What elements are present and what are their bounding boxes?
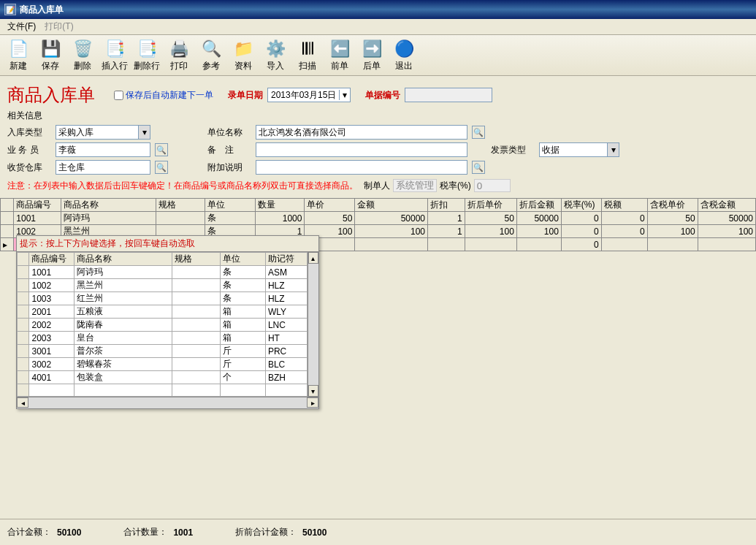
popup-cell[interactable]: WLY [265,305,307,319]
popup-cell[interactable]: 斤 [221,358,266,371]
popup-cell[interactable]: 五粮液 [75,305,172,319]
toolbar-扫描[interactable]: 𝄃𝄃𝄂扫描 [292,37,323,74]
cell[interactable]: 100 [516,225,561,238]
popup-row[interactable]: 3002碧螺春茶斤BLC [18,358,308,371]
cell[interactable]: 100 [465,225,516,238]
taxrate-value[interactable] [474,179,511,192]
popup-row[interactable]: 2002陇南春箱LNC [18,319,308,332]
cell[interactable]: 50 [305,212,355,225]
popup-cell[interactable]: HT [265,332,307,345]
menu-file[interactable]: 文件(F) [3,19,40,34]
popup-cell[interactable] [172,319,221,332]
col-header[interactable]: 单价 [305,199,355,212]
cell[interactable] [516,238,561,251]
cell[interactable]: 0 [561,212,601,225]
popup-row[interactable]: 2003皇台箱HT [18,332,308,345]
popup-col-header[interactable]: 规格 [172,253,221,266]
popup-cell[interactable]: 箱 [221,332,266,345]
popup-cell[interactable]: 2001 [29,305,75,319]
popup-col-header[interactable]: 商品名称 [75,253,172,266]
col-header[interactable]: 税率(%) [561,199,601,212]
col-header[interactable]: 数量 [256,199,305,212]
popup-cell[interactable]: 阿诗玛 [75,266,172,279]
cell[interactable]: 0 [561,238,601,251]
col-header[interactable]: 折后金额 [516,199,561,212]
popup-cell[interactable]: 4001 [29,371,75,384]
popup-cell[interactable]: 3001 [29,345,75,358]
popup-cell[interactable]: HLZ [265,279,307,292]
remark-input[interactable] [256,142,467,157]
popup-col-header[interactable]: 商品编号 [29,253,75,266]
popup-row[interactable]: 2001五粮液箱WLY [18,305,308,319]
warehouse-lookup[interactable]: 🔍 [155,161,168,174]
popup-col-header[interactable]: 助记符 [265,253,307,266]
popup-cell[interactable]: 3002 [29,358,75,371]
cell[interactable]: 100 [355,225,428,238]
cell[interactable] [601,238,647,251]
extra-lookup[interactable]: 🔍 [472,161,485,174]
col-header[interactable]: 单位 [205,199,256,212]
product-picker-popup[interactable]: 提示：按上下方向键选择，按回车键自动选取 商品编号商品名称规格单位助记符1001… [16,235,319,409]
toolbar-新建[interactable]: 📄新建 [3,37,34,74]
popup-row[interactable]: 1002黑兰州条HLZ [18,279,308,292]
popup-cell[interactable]: 2003 [29,332,75,345]
popup-cell[interactable]: BLC [265,358,307,371]
auto-new-check[interactable] [114,91,123,100]
popup-vscroll[interactable]: ▴ ▾ [308,252,318,397]
popup-cell[interactable]: 碧螺春茶 [75,358,172,371]
docno-input[interactable] [405,88,492,102]
popup-cell[interactable]: LNC [265,319,307,332]
popup-cell[interactable]: 1001 [29,266,75,279]
popup-cell[interactable]: 2002 [29,319,75,332]
toolbar-打印[interactable]: 🖨️打印 [164,37,194,74]
cell[interactable]: 50 [647,212,698,225]
popup-row[interactable]: 4001包装盒个BZH [18,371,308,384]
intype-input[interactable] [56,126,138,139]
popup-cell[interactable]: 1003 [29,292,75,305]
popup-cell[interactable] [172,371,221,384]
extra-input[interactable] [256,160,467,175]
cell[interactable]: 1000 [256,212,305,225]
popup-cell[interactable]: 红兰州 [75,292,172,305]
scroll-right-icon[interactable]: ▸ [307,397,318,408]
col-header[interactable]: 商品名称 [61,199,156,212]
popup-cell[interactable]: 条 [221,279,266,292]
col-header[interactable]: 折扣 [428,199,465,212]
toolbar-保存[interactable]: 💾保存 [35,37,66,74]
toolbar-资料[interactable]: 📁资料 [228,37,259,74]
popup-cell[interactable]: HLZ [265,292,307,305]
toolbar-退出[interactable]: 🔵退出 [389,37,419,74]
toolbar-后单[interactable]: ➡️后单 [356,37,387,74]
scroll-up-icon[interactable]: ▴ [308,252,318,264]
cell[interactable]: 50000 [698,212,755,225]
cell[interactable] [428,238,465,251]
popup-cell[interactable]: 条 [221,266,266,279]
date-picker[interactable]: 2013年03月15日 ▾ [267,88,351,102]
menu-print[interactable]: 打印(T) [40,19,77,34]
popup-hscroll[interactable]: ◂ ▸ [17,397,318,408]
salesman-input[interactable] [56,142,150,157]
popup-cell[interactable] [172,305,221,319]
scroll-down-icon[interactable]: ▾ [308,385,318,397]
popup-cell[interactable] [172,266,221,279]
popup-cell[interactable]: 包装盒 [75,371,172,384]
toolbar-参考[interactable]: 🔍参考 [196,37,226,74]
popup-cell[interactable] [172,292,221,305]
toolbar-插入行[interactable]: 📑插入行 [99,37,130,74]
invoicetype-dropdown[interactable]: ▾ [539,142,619,157]
salesman-lookup[interactable]: 🔍 [155,143,168,156]
popup-row[interactable]: 1001阿诗玛条ASM [18,266,308,279]
popup-cell[interactable]: 箱 [221,305,266,319]
cell[interactable]: 1001 [14,212,61,225]
popup-cell[interactable]: 普尔茶 [75,345,172,358]
intype-dropdown[interactable]: ▾ [56,125,150,140]
cell[interactable]: 50000 [355,212,428,225]
popup-row[interactable]: 1003红兰州条HLZ [18,292,308,305]
popup-table[interactable]: 商品编号商品名称规格单位助记符1001阿诗玛条ASM1002黑兰州条HLZ100… [17,252,308,397]
col-header[interactable]: 折后单价 [465,199,516,212]
popup-col-header[interactable]: 单位 [221,253,266,266]
popup-cell[interactable]: 个 [221,371,266,384]
popup-cell[interactable] [172,279,221,292]
auto-new-checkbox[interactable]: 保存后自动新建下一单 [114,89,213,102]
popup-cell[interactable]: 斤 [221,345,266,358]
